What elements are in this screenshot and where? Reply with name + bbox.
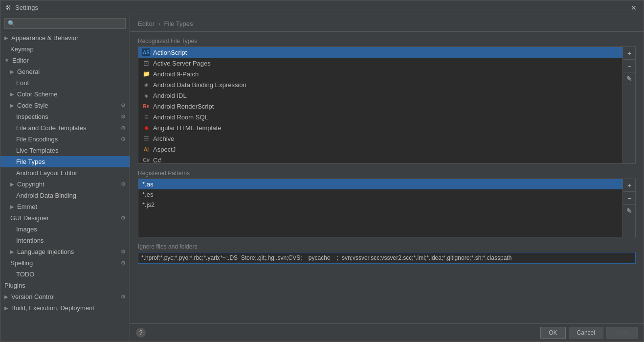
sidebar-label: Android Layout Editor xyxy=(16,169,77,177)
file-type-icon: 📁 xyxy=(142,70,150,78)
sidebar-item-font[interactable]: Font xyxy=(0,77,130,89)
sidebar-item-live-templates[interactable]: Live Templates xyxy=(0,145,130,156)
sidebar-label: Copyright xyxy=(17,181,44,188)
add-file-type-button[interactable]: + xyxy=(623,47,636,60)
arrow-icon: ▼ xyxy=(4,58,9,63)
close-button[interactable]: ✕ xyxy=(628,3,640,13)
sidebar-item-language-injections[interactable]: ▶ Language Injections ⚙ xyxy=(0,246,130,257)
list-item[interactable]: ⊡ Active Server Pages xyxy=(138,58,622,68)
list-item[interactable]: *.as xyxy=(138,179,622,189)
registered-list-container: *.as *.es *.js2 + xyxy=(138,179,636,237)
sidebar-label: Live Templates xyxy=(16,147,58,154)
recognized-list-box: AS ActionScript ⊡ Active Server Pages xyxy=(138,46,623,164)
gear-icon: ⚙ xyxy=(121,136,126,142)
list-item[interactable]: Rs Android RenderScript xyxy=(138,101,622,112)
search-input[interactable] xyxy=(4,18,126,29)
footer-buttons: OK Cancel Apply xyxy=(540,327,638,339)
list-item[interactable]: ◆ Angular HTML Template xyxy=(138,122,622,133)
sidebar-item-keymap[interactable]: Keymap xyxy=(0,44,130,55)
sidebar-label: General xyxy=(17,68,40,75)
gear-icon: ⚙ xyxy=(121,102,126,109)
list-item[interactable]: C# C# xyxy=(138,155,622,163)
sidebar-label: File Encodings xyxy=(16,136,58,143)
sidebar-item-todo[interactable]: TODO xyxy=(0,269,130,280)
search-box xyxy=(0,15,130,32)
edit-file-type-button[interactable]: ✎ xyxy=(623,72,636,85)
list-item[interactable]: *.es xyxy=(138,189,622,200)
arrow-icon: ▶ xyxy=(10,103,14,108)
registered-list-box: *.as *.es *.js2 xyxy=(138,179,623,237)
sidebar-label: Intentions xyxy=(16,237,44,244)
apply-button[interactable]: Apply xyxy=(606,327,638,339)
footer-left: ? xyxy=(136,328,146,338)
sidebar-label: File Types xyxy=(16,158,45,165)
window-title: Settings xyxy=(15,4,628,11)
help-button[interactable]: ? xyxy=(136,328,146,338)
arrow-icon: ▶ xyxy=(10,69,14,74)
gear-icon: ⚙ xyxy=(121,260,126,266)
edit-pattern-button[interactable]: ✎ xyxy=(623,205,636,217)
ok-button[interactable]: OK xyxy=(540,327,565,339)
file-type-icon: ☰ xyxy=(142,135,150,142)
remove-pattern-button[interactable]: − xyxy=(623,192,636,205)
sidebar-item-file-encodings[interactable]: File Encodings ⚙ xyxy=(0,134,130,145)
sidebar-item-general[interactable]: ▶ General xyxy=(0,66,130,77)
settings-window: 🛠 Settings ✕ ▶ Appearance & Behavior xyxy=(0,0,644,342)
sidebar-item-editor[interactable]: ▼ Editor xyxy=(0,55,130,66)
sidebar-item-color-scheme[interactable]: ▶ Color Scheme xyxy=(0,89,130,100)
sidebar-item-code-style[interactable]: ▶ Code Style ⚙ xyxy=(0,100,130,111)
sidebar-label: Images xyxy=(16,226,37,233)
sidebar-item-copyright[interactable]: ▶ Copyright ⚙ xyxy=(0,179,130,190)
sidebar-item-file-types[interactable]: File Types xyxy=(0,156,130,167)
list-item[interactable]: 📁 Android 9-Patch xyxy=(138,68,622,79)
sidebar-label: Editor xyxy=(12,57,29,64)
recognized-list-container: AS ActionScript ⊡ Active Server Pages xyxy=(138,46,636,164)
sidebar-label: Inspections xyxy=(16,113,48,120)
list-item[interactable]: AS ActionScript xyxy=(138,47,622,58)
sidebar-item-file-code-templates[interactable]: File and Code Templates ⚙ xyxy=(0,122,130,134)
add-pattern-button[interactable]: + xyxy=(623,179,636,192)
list-item[interactable]: *.js2 xyxy=(138,200,622,210)
sidebar-label: Emmet xyxy=(17,203,37,210)
sidebar-item-android-layout-editor[interactable]: Android Layout Editor xyxy=(0,167,130,179)
gear-icon: ⚙ xyxy=(121,294,126,300)
sidebar-item-gui-designer[interactable]: GUI Designer ⚙ xyxy=(0,212,130,224)
pattern-value: *.as xyxy=(142,181,153,188)
sidebar-label: GUI Designer xyxy=(10,214,49,222)
app-icon: 🛠 xyxy=(4,4,12,12)
sidebar-item-intentions[interactable]: Intentions xyxy=(0,235,130,246)
list-item[interactable]: ◈ Android IDL xyxy=(138,90,622,101)
list-item[interactable]: ☰ Archive xyxy=(138,133,622,144)
ignore-input[interactable] xyxy=(138,252,636,264)
sidebar-item-build-execution[interactable]: ▶ Build, Execution, Deployment xyxy=(0,302,130,314)
sidebar-item-version-control[interactable]: ▶ Version Control ⚙ xyxy=(0,291,130,302)
sidebar-item-appearance[interactable]: ▶ Appearance & Behavior xyxy=(0,32,130,44)
gear-icon: ⚙ xyxy=(121,181,126,187)
sidebar-label: TODO xyxy=(16,271,34,278)
sidebar-item-images[interactable]: Images xyxy=(0,224,130,235)
list-item[interactable]: ◈ Android Data Binding Expression xyxy=(138,79,622,90)
gear-icon: ⚙ xyxy=(121,114,126,120)
cancel-button[interactable]: Cancel xyxy=(569,327,603,339)
list-item[interactable]: ≡ Android Room SQL xyxy=(138,112,622,122)
file-type-name: Android 9-Patch xyxy=(153,70,199,78)
sidebar-label: Plugins xyxy=(4,282,25,289)
patterns-list: *.as *.es *.js2 xyxy=(138,179,622,237)
remove-file-type-button[interactable]: − xyxy=(623,60,636,72)
sidebar-item-plugins[interactable]: Plugins xyxy=(0,280,130,291)
file-type-icon: ⊡ xyxy=(142,59,150,67)
list-item[interactable]: Aj AspectJ xyxy=(138,144,622,155)
file-type-icon: ◈ xyxy=(142,81,150,89)
sidebar-label: Appearance & Behavior xyxy=(11,34,78,42)
sidebar-item-android-data-binding[interactable]: Android Data Binding xyxy=(0,190,130,201)
arrow-icon: ▶ xyxy=(4,35,8,41)
sidebar-item-inspections[interactable]: Inspections ⚙ xyxy=(0,111,130,122)
sidebar-item-spelling[interactable]: Spelling ⚙ xyxy=(0,257,130,269)
sidebar-label: Spelling xyxy=(10,259,33,267)
sidebar-label: Font xyxy=(16,79,29,87)
file-type-name: C# xyxy=(153,157,161,164)
patterns-side-buttons: + − ✎ xyxy=(623,179,636,237)
pattern-value: *.js2 xyxy=(142,201,155,208)
sidebar-item-emmet[interactable]: ▶ Emmet xyxy=(0,201,130,212)
sidebar-label: Build, Execution, Deployment xyxy=(11,304,94,312)
